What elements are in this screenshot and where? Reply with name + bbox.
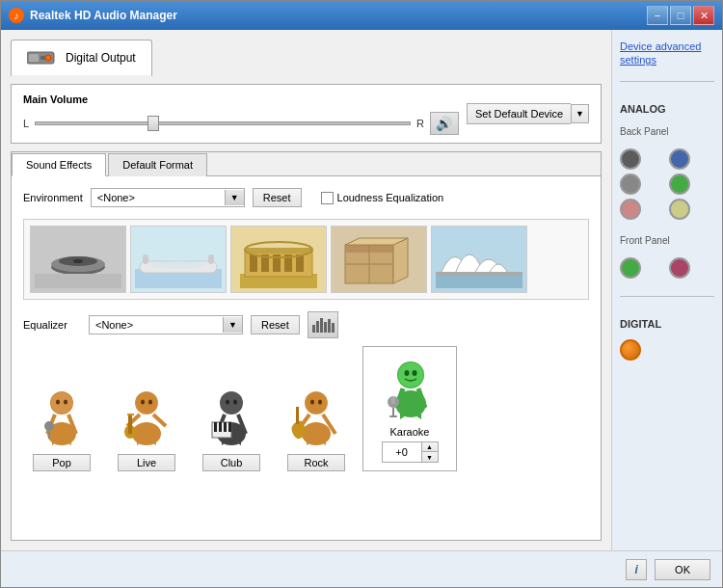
set-default-arrow-btn[interactable]: ▼ — [571, 104, 589, 123]
maximize-button[interactable]: □ — [670, 6, 691, 25]
tab-sound-effects[interactable]: Sound Effects — [12, 153, 106, 176]
device-advanced-settings-link[interactable]: Device advanced settings — [620, 40, 714, 67]
titlebar: ♪ Realtek HD Audio Manager − □ ✕ — [1, 1, 722, 30]
svg-rect-85 — [389, 415, 397, 417]
connector-back-3[interactable] — [620, 174, 641, 195]
svg-rect-31 — [312, 325, 315, 333]
eq-label: Equalizer — [23, 319, 81, 331]
char-pop[interactable]: Pop — [23, 383, 100, 471]
env-image-colosseum[interactable] — [230, 226, 327, 293]
svg-rect-33 — [320, 318, 323, 333]
window-title: Realtek HD Audio Manager — [30, 9, 177, 22]
front-panel-label: Front Panel — [620, 235, 714, 246]
svg-point-42 — [56, 399, 60, 404]
titlebar-controls: − □ ✕ — [647, 6, 714, 25]
svg-rect-8 — [35, 274, 121, 288]
svg-rect-36 — [332, 323, 335, 333]
connector-front-2[interactable] — [669, 257, 690, 279]
tab-default-format[interactable]: Default Format — [108, 153, 207, 176]
svg-point-58 — [233, 399, 237, 404]
eq-reset-button[interactable]: Reset — [251, 315, 300, 334]
close-button[interactable]: ✕ — [693, 6, 714, 25]
main-window: ♪ Realtek HD Audio Manager − □ ✕ — [0, 0, 723, 588]
loudness-checkbox-area: Loudness Equalization — [321, 192, 444, 204]
slider-thumb[interactable] — [147, 116, 159, 131]
club-button[interactable]: Club — [202, 454, 260, 471]
device-tab-area: Digital Output — [11, 40, 602, 76]
digital-output-tab[interactable]: Digital Output — [11, 40, 152, 76]
analog-label: ANALOG — [620, 103, 714, 115]
front-panel-connectors — [620, 257, 714, 279]
pop-button[interactable]: Pop — [33, 454, 91, 471]
connector-back-4[interactable] — [669, 174, 690, 195]
svg-rect-11 — [143, 254, 148, 264]
char-pop-icon — [23, 383, 100, 450]
loudness-label: Loudness Equalization — [337, 192, 444, 203]
r-label: R — [416, 118, 424, 129]
env-dropdown[interactable]: <None> ▼ — [91, 188, 245, 207]
svg-rect-34 — [324, 322, 327, 333]
set-default-button[interactable]: Set Default Device ▼ — [467, 103, 589, 124]
titlebar-left: ♪ Realtek HD Audio Manager — [9, 8, 177, 23]
minimize-button[interactable]: − — [647, 6, 668, 25]
equalizer-section: Equalizer <None> ▼ Reset — [23, 311, 589, 471]
svg-point-70 — [318, 399, 322, 404]
svg-point-57 — [226, 399, 229, 404]
volume-section: Main Volume L R 🔊 Set Default — [11, 84, 602, 144]
svg-rect-54 — [128, 414, 132, 434]
connector-back-1[interactable] — [620, 148, 641, 170]
eq-dropdown[interactable]: <None> ▼ — [89, 315, 243, 334]
loudness-checkbox[interactable] — [321, 192, 334, 204]
rock-button[interactable]: Rock — [287, 454, 345, 471]
info-button[interactable]: i — [626, 559, 647, 580]
svg-point-69 — [310, 399, 314, 404]
env-image-bath[interactable] — [130, 226, 227, 293]
environment-images — [23, 219, 589, 300]
svg-rect-32 — [316, 321, 319, 333]
main-area: Digital Output Main Volume L — [1, 30, 611, 550]
connector-back-2[interactable] — [669, 148, 690, 170]
eq-dropdown-arrow[interactable]: ▼ — [223, 317, 242, 333]
svg-point-43 — [64, 399, 67, 404]
svg-rect-29 — [436, 274, 522, 288]
karaoke-up-button[interactable]: ▲ — [422, 442, 438, 452]
char-club[interactable]: Club — [193, 383, 270, 471]
env-dropdown-value: <None> — [92, 189, 225, 206]
env-reset-button[interactable]: Reset — [253, 188, 302, 207]
connector-back-6[interactable] — [669, 199, 690, 220]
env-image-stone[interactable] — [30, 226, 126, 293]
karaoke-down-button[interactable]: ▼ — [422, 452, 438, 462]
set-default-main[interactable]: Set Default Device — [467, 103, 571, 124]
volume-slider[interactable] — [35, 116, 411, 131]
svg-marker-27 — [393, 238, 408, 283]
connector-front-1[interactable] — [620, 257, 641, 279]
char-rock[interactable]: Rock — [278, 383, 355, 471]
svg-point-78 — [412, 370, 416, 376]
ok-button[interactable]: OK — [655, 559, 710, 580]
svg-point-41 — [51, 392, 72, 414]
mute-button[interactable]: 🔊 — [430, 112, 459, 135]
svg-point-2 — [45, 55, 51, 61]
karaoke-value: +0 — [383, 444, 421, 460]
svg-point-49 — [148, 399, 152, 404]
svg-rect-63 — [214, 422, 217, 432]
svg-point-48 — [141, 399, 145, 404]
device-icon — [27, 46, 58, 69]
env-image-opera[interactable] — [431, 226, 527, 293]
env-dropdown-arrow[interactable]: ▼ — [225, 190, 244, 205]
svg-rect-65 — [224, 422, 227, 432]
connector-back-5[interactable] — [620, 199, 641, 220]
live-button[interactable]: Live — [118, 454, 175, 471]
back-panel-connectors — [620, 148, 714, 220]
env-image-box[interactable] — [331, 226, 427, 293]
char-rock-icon — [278, 383, 355, 450]
slider-track — [35, 121, 411, 125]
volume-title: Main Volume — [23, 94, 88, 105]
karaoke-box: Karaoke +0 ▲ ▼ — [362, 346, 457, 471]
svg-point-7 — [73, 259, 83, 263]
char-live[interactable]: Live — [108, 383, 185, 471]
right-sidebar: Device advanced settings ANALOG Back Pan… — [611, 30, 722, 550]
eq-visualizer-button[interactable] — [308, 311, 338, 338]
digital-connector[interactable] — [620, 339, 641, 361]
tab-content: Environment <None> ▼ Reset Loudness Equa… — [12, 176, 601, 540]
